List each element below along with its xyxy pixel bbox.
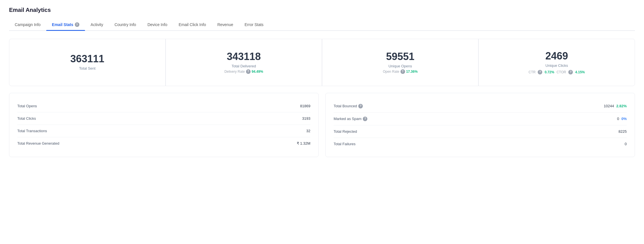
left-stats-row-2: Total Transactions32 [17,125,310,137]
left-row-value-0: 81869 [300,104,310,108]
right-stats-row-0: Total Bounced?102442.82% [334,100,627,113]
unique-clicks-value: 2469 [545,50,568,62]
ctr-value: 0.72% [545,70,554,74]
delivery-rate-row: Delivery Rate ? 94.49% [224,69,263,74]
tab-email-click-info[interactable]: Email Click Info [173,19,211,30]
tab-country-info[interactable]: Country Info [109,19,142,30]
right-row-num-2: 8225 [618,129,627,134]
tab-revenue[interactable]: Revenue [212,19,239,30]
right-stats-row-2: Total Rejected8225 [334,125,627,138]
left-stats-row-3: Total Revenue Generated₹ 1.32M [17,137,310,149]
bottom-left-card: Total Opens81869Total Clicks3193Total Tr… [9,93,319,157]
tab-campaign-info[interactable]: Campaign Info [9,19,46,30]
bottom-right-card: Total Bounced?102442.82%Marked as Spam?0… [325,93,635,157]
delivery-rate-value: 94.49% [252,70,263,74]
tab-label-device-info: Device Info [147,22,167,27]
delivery-rate-help-icon[interactable]: ? [246,69,251,74]
ctor-value: 4.15% [575,70,585,74]
total-sent-label: Total Sent [79,66,96,70]
left-row-label-3: Total Revenue Generated [17,141,59,145]
right-row-highlight-1: 0% [621,117,627,121]
right-row-help-0[interactable]: ? [358,104,363,108]
tab-label-email-stats: Email Stats [52,22,73,27]
right-row-label-1: Marked as Spam? [334,117,367,121]
right-row-label-2: Total Rejected [334,129,357,134]
stat-card-total-delivered: 343118 Total Delivered Delivery Rate ? 9… [166,39,322,86]
right-row-num-0: 10244 [604,104,614,108]
left-stats-row-0: Total Opens81869 [17,100,310,112]
right-row-value-2: 8225 [618,129,627,134]
tab-label-country-info: Country Info [115,22,136,27]
right-row-value-3: 0 [625,142,627,146]
tab-label-campaign-info: Campaign Info [15,22,41,27]
right-row-value-0: 102442.82% [604,104,627,108]
right-row-help-1[interactable]: ? [363,117,367,121]
top-stats-grid: 363111 Total Sent 343118 Total Delivered… [9,39,635,86]
left-row-value-3: ₹ 1.32M [297,141,310,145]
right-stats-row-3: Total Failures0 [334,138,627,150]
left-stats-row-1: Total Clicks3193 [17,112,310,125]
tab-activity[interactable]: Activity [85,19,109,30]
left-row-label-2: Total Transactions [17,129,47,133]
stat-card-total-sent: 363111 Total Sent [9,39,165,86]
tab-label-revenue: Revenue [217,22,233,27]
email-stats-help-icon[interactable]: ? [75,22,79,27]
tabs-bar: Campaign InfoEmail Stats?ActivityCountry… [9,19,635,31]
ctr-label: CTR [529,70,536,74]
left-row-value-2: 32 [306,129,310,133]
tab-error-stats[interactable]: Error Stats [239,19,269,30]
open-rate-label: Open Rate [383,70,399,74]
unique-clicks-label: Unique Clicks [545,63,568,68]
tab-label-error-stats: Error Stats [245,22,264,27]
tab-label-email-click-info: Email Click Info [179,22,206,27]
left-row-label-0: Total Opens [17,104,37,108]
open-rate-help-icon[interactable]: ? [401,69,405,74]
open-rate-value: 17.36% [406,70,418,74]
tab-device-info[interactable]: Device Info [142,19,173,30]
right-row-highlight-0: 2.82% [616,104,627,108]
left-row-value-1: 3193 [302,116,310,121]
total-delivered-value: 343118 [227,51,261,62]
page-wrapper: Email Analytics Campaign InfoEmail Stats… [0,0,644,244]
open-rate-row: Open Rate ? 17.36% [383,69,418,74]
right-stats-row-1: Marked as Spam?00% [334,113,627,125]
right-row-label-0: Total Bounced? [334,104,363,108]
ctor-label: CTOR [556,70,566,74]
right-row-num-1: 0 [617,117,619,121]
stat-card-unique-clicks: 2469 Unique Clicks CTR ? 0.72% CTOR ? 4.… [479,39,635,86]
page-title: Email Analytics [9,7,635,13]
stat-card-unique-opens: 59551 Unique Opens Open Rate ? 17.36% [322,39,478,86]
ctr-help-icon[interactable]: ? [538,70,542,74]
total-delivered-label: Total Delivered [232,64,256,68]
right-row-value-1: 00% [617,117,627,121]
unique-opens-label: Unique Opens [388,64,412,68]
total-sent-value: 363111 [70,53,104,65]
delivery-rate-label: Delivery Rate [224,70,245,74]
unique-opens-value: 59551 [386,51,414,62]
left-row-label-1: Total Clicks [17,116,36,121]
ctor-help-icon[interactable]: ? [568,70,573,74]
ctr-ctor-row: CTR ? 0.72% CTOR ? 4.15% [529,70,585,74]
right-row-num-3: 0 [625,142,627,146]
tab-email-stats[interactable]: Email Stats? [46,19,85,30]
bottom-grid: Total Opens81869Total Clicks3193Total Tr… [9,93,635,157]
right-row-label-3: Total Failures [334,142,355,146]
tab-label-activity: Activity [91,22,103,27]
